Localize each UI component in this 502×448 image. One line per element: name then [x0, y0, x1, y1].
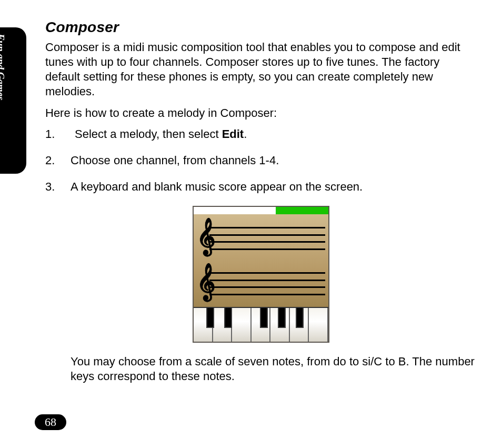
page-content: Composer Composer is a midi music compos… — [45, 19, 477, 391]
black-key — [224, 308, 232, 328]
step-3: A keyboard and blank music score appear … — [45, 180, 477, 194]
black-key — [206, 308, 214, 328]
intro-paragraph: Composer is a midi music composition too… — [45, 40, 477, 99]
white-key — [232, 308, 252, 342]
step-1-bold: Edit — [222, 127, 244, 141]
staff-2: 𝄞 — [197, 265, 325, 303]
page-title: Composer — [45, 19, 477, 36]
step-2: Choose one channel, from channels 1-4. — [45, 153, 477, 168]
black-key — [296, 308, 304, 328]
step-1-pre: Select a melody, then select — [75, 127, 222, 141]
figure-wrap: 𝄞 𝄞 — [45, 206, 477, 343]
step-1: Select a melody, then select Edit. — [45, 127, 477, 142]
section-tab-label: Fun and Games — [0, 34, 6, 47]
black-key — [278, 308, 286, 328]
page-number: 68 — [35, 414, 66, 430]
white-key — [309, 308, 328, 342]
composer-screen-figure: 𝄞 𝄞 — [193, 206, 329, 343]
step-1-post: . — [244, 127, 247, 141]
steps-list: Select a melody, then select Edit. Choos… — [45, 127, 477, 194]
piano-keyboard — [194, 307, 328, 342]
after-figure-paragraph: You may choose from a scale of seven not… — [45, 354, 477, 384]
howto-lead: Here is how to create a melody in Compos… — [45, 106, 477, 121]
staff-1: 𝄞 — [197, 220, 325, 257]
composer-status-bar — [194, 207, 328, 214]
music-staff-area: 𝄞 𝄞 — [194, 214, 328, 307]
black-key — [260, 308, 268, 328]
